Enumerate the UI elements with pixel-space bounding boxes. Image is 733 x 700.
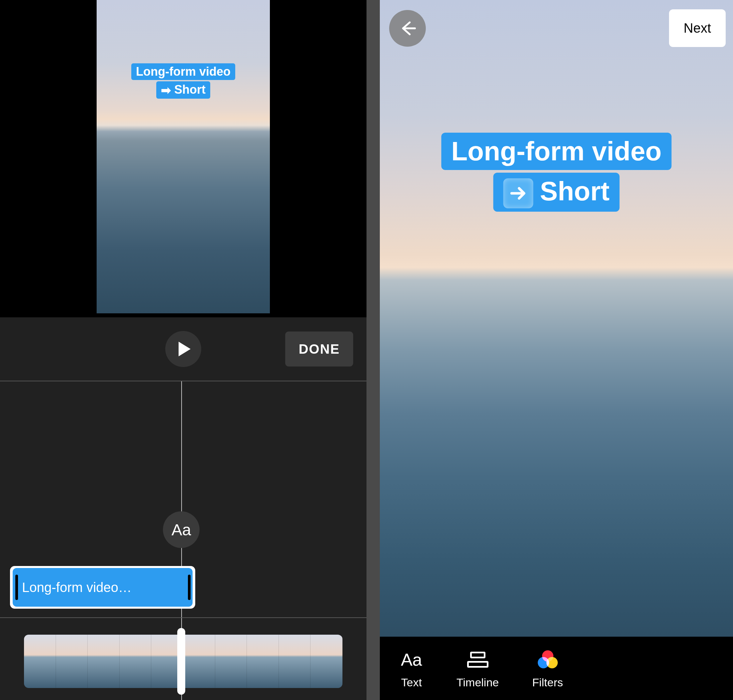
text-clip-label: Long-form video… [22, 580, 132, 595]
filmstrip-frame [56, 635, 88, 688]
text-track-badge[interactable]: Aa [163, 511, 200, 548]
video-frame-image [97, 0, 270, 313]
play-icon [179, 342, 191, 356]
video-preview-thumbnail[interactable]: Long-form video ➡Short [97, 0, 270, 313]
filmstrip-scrubber[interactable] [177, 628, 185, 695]
overlay-line-2-text: Short [540, 176, 610, 206]
done-button[interactable]: DONE [285, 332, 353, 367]
text-tool-button[interactable]: Aa Text [400, 648, 423, 689]
filmstrip-frame [24, 635, 56, 688]
timeline-tool-label: Timeline [457, 676, 499, 689]
filmstrip-frame [215, 635, 247, 688]
filmstrip-frame [88, 635, 120, 688]
timeline-icon [466, 648, 489, 671]
editor-toolbar: Aa Text Timeline Filters [380, 637, 733, 700]
text-clip[interactable]: Long-form video… [13, 568, 192, 607]
arrow-right-icon [504, 178, 533, 208]
video-frame-image [380, 0, 733, 637]
filmstrip-frame [247, 635, 279, 688]
overlay-line-1: Long-form video [441, 133, 671, 170]
text-icon-glyph: Aa [401, 650, 422, 670]
overlay-line-2-text: Short [174, 83, 206, 96]
overlay-line-2: Short [494, 173, 620, 212]
filters-icon [536, 648, 560, 671]
clip-trim-handle-right[interactable] [188, 575, 191, 600]
play-button[interactable] [165, 331, 201, 367]
text-tool-label: Text [401, 676, 422, 689]
overlay-line-2: ➡Short [156, 81, 210, 99]
video-text-overlay: Long-form video ➡Short [131, 63, 235, 99]
overlay-line-1: Long-form video [131, 63, 235, 80]
text-icon: Aa [400, 648, 423, 671]
timeline-canvas[interactable]: Aa Long-form video… [0, 381, 366, 700]
filters-tool-button[interactable]: Filters [532, 648, 563, 689]
video-preview-area: Long-form video ➡Short [0, 0, 366, 317]
video-text-overlay[interactable]: Long-form video Short [441, 133, 671, 212]
full-video-preview[interactable]: Next Long-form video Short [380, 0, 733, 637]
filmstrip-frame [183, 635, 215, 688]
timeline-editor-panel: Long-form video ➡Short DONE Aa Long-form… [0, 0, 366, 700]
playback-controls-bar: DONE [0, 317, 366, 381]
clip-trim-handle-left[interactable] [15, 575, 18, 600]
next-button[interactable]: Next [669, 9, 726, 47]
arrow-right-icon: ➡ [161, 83, 171, 97]
filmstrip-frame [279, 635, 311, 688]
filmstrip-frame [310, 635, 342, 688]
back-button[interactable] [389, 10, 426, 47]
arrow-left-icon [398, 19, 416, 37]
video-preview-panel: Next Long-form video Short Aa Text Timel… [380, 0, 733, 700]
filmstrip-frame [120, 635, 151, 688]
filters-tool-label: Filters [532, 676, 563, 689]
track-divider [0, 617, 366, 618]
timeline-tool-button[interactable]: Timeline [457, 648, 499, 689]
